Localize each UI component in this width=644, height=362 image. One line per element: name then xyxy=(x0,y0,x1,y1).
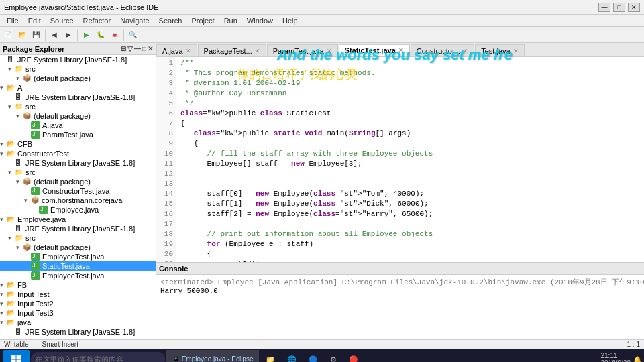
tree-item[interactable]: ▾📂ConstructorTest xyxy=(0,149,156,158)
tree-item-label: FB xyxy=(17,281,27,289)
tree-item[interactable]: JA.java xyxy=(0,121,156,130)
menu-window[interactable]: Window xyxy=(243,16,277,25)
maximize-panel-icon[interactable]: □ xyxy=(142,45,146,52)
tree-item[interactable]: JEmployeeTest.java xyxy=(0,252,156,261)
menu-help[interactable]: Help xyxy=(278,16,302,25)
tree-icon: 🗄 xyxy=(15,93,24,101)
tree-item[interactable]: JParamTest.java xyxy=(0,130,156,139)
toolbar-sep1 xyxy=(45,29,46,41)
tree-item[interactable]: ▾📂Input Test2 xyxy=(0,299,156,308)
toolbar-sep3 xyxy=(123,29,124,41)
menu-source[interactable]: Source xyxy=(46,16,78,25)
tab-static-test[interactable]: StaticTest.java ✕ xyxy=(339,44,410,56)
tree-item[interactable]: ▾📦(default package) xyxy=(0,177,156,186)
tree-item[interactable]: ▾📦(default package) xyxy=(0,74,156,83)
menu-run[interactable]: Run xyxy=(220,16,241,25)
toolbar-stop[interactable]: ■ xyxy=(108,28,121,42)
bottom-area: Console ⊠ ■ ▶ — □ ✕ <terminated> Employe… xyxy=(156,262,644,339)
tree-item[interactable]: 🗄JRE System Library [JavaSE-1.8] xyxy=(0,327,156,337)
code-content[interactable]: /** * This program demonstrates static m… xyxy=(176,57,644,262)
menu-search[interactable]: Search xyxy=(155,16,186,25)
tab-constructor[interactable]: Constructor... ✕ xyxy=(411,44,474,56)
tree-item[interactable]: ▾📦(default package) xyxy=(0,111,156,121)
tree-item[interactable]: JEmployee.java xyxy=(0,205,156,215)
tree-arrow-icon: ▾ xyxy=(8,169,15,176)
menu-refactor[interactable]: Refactor xyxy=(79,16,115,25)
tree-item[interactable]: ▾📦(default package) xyxy=(0,243,156,252)
tree-item[interactable]: 🗄JRE System Library [JavaSE-1.8] xyxy=(0,224,156,233)
tree-icon: 📦 xyxy=(23,243,32,251)
tree-item[interactable]: 🗄JRE System Library [JavaSE-1.8] xyxy=(0,93,156,102)
toolbar-new[interactable]: 📄 xyxy=(1,28,15,42)
tree-item[interactable]: ▾📁src xyxy=(0,168,156,177)
code-line: * @author Cay Horstmann xyxy=(180,88,644,99)
line-number: 16 xyxy=(159,209,173,219)
tab-test-java[interactable]: Test.java ✕ xyxy=(475,44,524,56)
minimize-button[interactable]: — xyxy=(598,3,610,12)
tree-item[interactable]: ▾📁src xyxy=(0,102,156,111)
start-button[interactable] xyxy=(3,350,30,362)
tree-item[interactable]: ▾📂A xyxy=(0,83,156,93)
taskbar-search-input[interactable] xyxy=(31,352,165,362)
tree-item[interactable]: ▾📁src xyxy=(0,64,156,74)
menu-file[interactable]: File xyxy=(3,16,23,25)
tree-item[interactable]: JEmployeeTest.java xyxy=(0,271,156,280)
toolbar-run[interactable]: ▶ xyxy=(80,28,93,42)
tab-package-test[interactable]: PackageTest... ✕ xyxy=(198,44,266,56)
title-bar: Employee.java/src/StaticTest.java - Ecli… xyxy=(0,0,644,15)
maximize-button[interactable]: □ xyxy=(613,3,625,12)
console-content[interactable]: <terminated> Employee [Java Application]… xyxy=(156,275,644,339)
tree-icon: J xyxy=(31,131,40,139)
menu-edit[interactable]: Edit xyxy=(24,16,45,25)
toolbar-back[interactable]: ◀ xyxy=(48,28,61,42)
view-menu-icon[interactable]: ▽ xyxy=(127,45,133,52)
line-number: 7 xyxy=(159,119,173,129)
tree-item[interactable]: JStaticTest.java xyxy=(0,261,156,271)
line-number: 13 xyxy=(159,179,173,189)
close-button[interactable]: ✕ xyxy=(628,3,640,12)
code-line: staff[1] = new Employee(class="st">"Dick… xyxy=(180,199,644,209)
tree-icon: 🗄 xyxy=(15,328,24,336)
tree-item[interactable]: ▾📂CFB xyxy=(0,139,156,149)
tree-item[interactable]: ▾📦com.horstmann.corejava xyxy=(0,196,156,205)
tree-item[interactable]: ▾📁src xyxy=(0,233,156,243)
taskbar-settings[interactable]: ⚙ xyxy=(325,350,342,362)
tree-item[interactable]: ▾📂Input Test xyxy=(0,290,156,299)
tree-item-label: JRE System Library [JavaSE-1.8] xyxy=(17,56,127,64)
toolbar-open[interactable]: 📂 xyxy=(15,28,29,42)
minimize-panel-icon[interactable]: — xyxy=(134,45,141,52)
code-line: Employee[] staff = new Employee[3]; xyxy=(180,159,644,169)
toolbar-save[interactable]: 💾 xyxy=(30,28,43,42)
tree-item[interactable]: ▾📂FB xyxy=(0,280,156,290)
tree-icon: 📂 xyxy=(7,149,16,158)
line-number: 3 xyxy=(159,78,173,88)
tree-item[interactable]: ▾📂Employee.java xyxy=(0,215,156,224)
tree-arrow-icon: ▾ xyxy=(16,113,23,119)
tree-item[interactable]: ▾📂java xyxy=(0,318,156,327)
taskbar-edge[interactable]: 🌐 xyxy=(282,350,302,362)
tab-a-java[interactable]: A.java ✕ xyxy=(156,44,197,56)
tree-item[interactable]: JConstructorTest.java xyxy=(0,186,156,196)
collapse-all-icon[interactable]: ⊟ xyxy=(121,45,126,52)
tree-arrow-icon: ▾ xyxy=(0,84,7,91)
code-editor[interactable]: 123456789101112131415161718192021222324 … xyxy=(156,57,644,262)
package-tree[interactable]: 🗄JRE System Library [JavaSE-1.8]▾📁src▾📦(… xyxy=(0,55,156,339)
tree-item-label: src xyxy=(25,234,36,242)
taskbar-file-explorer[interactable]: 📁 xyxy=(260,350,280,362)
notification-icon[interactable]: 🔔 xyxy=(633,356,641,363)
tree-item[interactable]: 🗄JRE System Library [JavaSE-1.8] xyxy=(0,158,156,168)
close-panel-icon[interactable]: ✕ xyxy=(148,45,153,52)
toolbar-search[interactable]: 🔍 xyxy=(126,28,140,42)
tree-item[interactable]: ▾📂Input Test3 xyxy=(0,308,156,318)
menu-navigate[interactable]: Navigate xyxy=(116,16,153,25)
taskbar-app5[interactable]: 🔴 xyxy=(343,350,364,362)
menu-project[interactable]: Project xyxy=(187,16,218,25)
taskbar-eclipse-item[interactable]: 📱 Employee.java - Eclipse xyxy=(166,350,259,362)
taskbar-chrome[interactable]: 🔵 xyxy=(303,350,323,362)
toolbar-forward[interactable]: ▶ xyxy=(62,28,75,42)
toolbar-debug[interactable]: 🐛 xyxy=(94,28,107,42)
tree-item[interactable]: 🗄JRE System Library [JavaSE-1.8] xyxy=(0,55,156,64)
tab-param-test[interactable]: ParamTest.java ✕ xyxy=(267,44,338,56)
taskbar-right: 21:11 2018/9/28 🔔 xyxy=(601,352,642,362)
tree-item[interactable]: ▾📁src xyxy=(0,337,156,339)
